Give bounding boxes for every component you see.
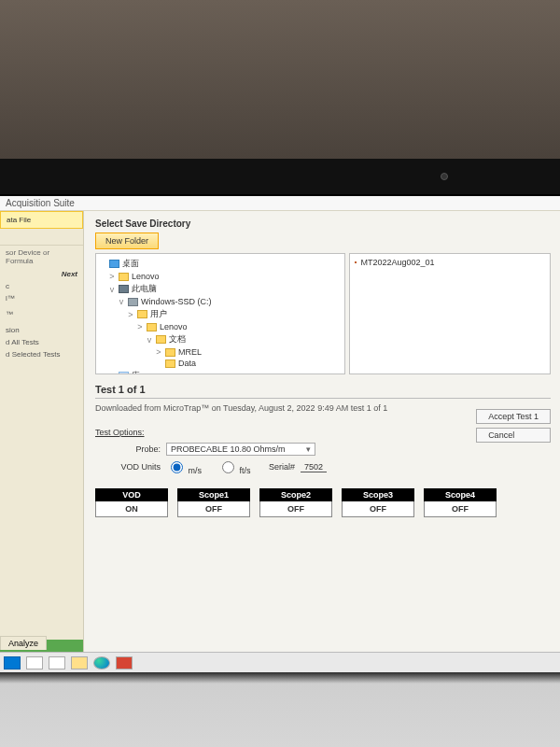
app-window: Acquisition Suite ata File sor Device or… [0,196,560,652]
channel-header: Scope3 [342,488,414,501]
tree-label: 用户 [150,308,167,320]
channel-header: Scope4 [424,488,497,501]
tree-node[interactable]: v文档 [99,332,342,346]
expand-icon[interactable]: > [155,347,162,357]
serial-label: Serial# [269,462,295,472]
folder-y-icon [119,273,129,281]
cancel-button[interactable]: Cancel [476,428,551,443]
explorer-icon[interactable] [71,656,88,669]
new-folder-button[interactable]: New Folder [95,233,159,249]
workspace: ata File sor Device or Formula Next c l™… [0,211,560,652]
radio-fts[interactable] [222,461,234,473]
tree-label: 库 [132,370,140,374]
app-icon[interactable] [116,656,133,669]
tree-node[interactable]: >库 [99,369,342,374]
tree-node[interactable]: Data [99,358,342,369]
edge-icon[interactable] [93,656,110,669]
tree-node[interactable]: >Lenovo [99,271,342,282]
sidebar: ata File sor Device or Formula Next c l™… [0,211,84,652]
units-row: VOD Units m/s ft/s Serial# 7502 [95,458,551,475]
probe-row: Probe: PROBECABLE 10.80 Ohms/m ▾ [95,443,551,456]
sidebar-item[interactable]: c [0,280,83,292]
tree-node[interactable]: >用户 [99,307,342,321]
file-item[interactable]: MT2022Aug002_01 [353,257,547,268]
window-title: Acquisition Suite [6,198,75,208]
file-list[interactable]: MT2022Aug002_01 [349,253,551,374]
channel-scope4[interactable]: Scope4OFF [424,488,497,517]
folder-b-icon [119,372,129,374]
main-panel: Select Save Directory New Folder 桌面>Leno… [84,211,560,652]
tree-node[interactable]: >MREL [99,346,342,358]
datafile-icon [355,261,357,263]
folder-y-icon [165,348,175,357]
unit-ms-radio[interactable]: m/s [166,458,202,475]
chevron-down-icon: ▾ [306,444,311,454]
tree-node[interactable]: v此电脑 [99,282,342,296]
laptop-bezel [0,159,560,196]
channel-header: Scope1 [177,488,250,501]
taskview-icon[interactable] [49,656,65,669]
tree-label: 桌面 [122,258,139,270]
expand-icon[interactable]: > [108,272,116,281]
photo-background [0,0,560,159]
tree-label: Lenovo [160,322,188,331]
sidebar-item[interactable]: ™ [0,308,83,320]
unit-fts-radio[interactable]: ft/s [217,458,251,475]
folder-tree[interactable]: 桌面>Lenovov此电脑vWindows-SSD (C:)>用户>Lenovo… [95,253,345,374]
folder-y-icon [165,359,175,368]
expand-icon[interactable]: v [118,297,125,306]
tree-label: Windows-SSD (C:) [141,297,212,306]
accept-test-button[interactable]: Accept Test 1 [476,409,551,424]
windows-taskbar[interactable] [0,652,560,672]
probe-dropdown[interactable]: PROBECABLE 10.80 Ohms/m ▾ [166,443,315,456]
tree-node[interactable]: vWindows-SSD (C:) [99,296,342,307]
taskbar-search-icon[interactable] [26,656,43,669]
folder-y-icon [147,323,157,331]
sidebar-item[interactable]: d Selected Tests [0,348,83,360]
folder-y-icon [137,310,147,318]
sidebar-next-label[interactable]: Next [0,268,83,280]
channel-scope2[interactable]: Scope2OFF [259,488,332,517]
save-dir-heading: Select Save Directory [95,218,551,229]
channel-scope3[interactable]: Scope3OFF [342,488,414,517]
channel-state: ON [95,501,168,517]
folder-y-icon [156,335,166,344]
expand-icon[interactable]: > [127,310,134,319]
units-label: VOD Units [95,462,161,472]
sidebar-subheading: sor Device or Formula [0,246,83,268]
channel-header: VOD [95,488,168,501]
sidebar-item[interactable]: sion [0,324,83,336]
expand-icon[interactable]: > [108,372,116,375]
channel-vod[interactable]: VODON [95,488,168,517]
sidebar-item[interactable]: d All Tests [0,336,83,348]
channel-state: OFF [259,501,332,517]
sidebar-tab-blank[interactable] [0,229,83,246]
tree-label: 文档 [169,333,186,345]
expand-icon[interactable]: > [136,322,144,331]
tree-node[interactable]: 桌面 [99,257,342,271]
channel-header: Scope2 [259,488,332,501]
tree-node[interactable]: >Lenovo [99,321,342,332]
sidebar-tab-datafile[interactable]: ata File [0,211,83,229]
drive-icon [128,298,138,306]
probe-value: PROBECABLE 10.80 Ohms/m [171,444,286,454]
tree-label: Lenovo [132,272,160,281]
channel-grid: VODONScope1OFFScope2OFFScope3OFFScope4OF… [95,488,551,517]
tree-label: 此电脑 [132,283,157,295]
serial-value[interactable]: 7502 [301,462,327,472]
channel-state: OFF [424,501,497,517]
desktop-icon [109,260,119,268]
sidebar-item[interactable]: l™ [0,292,83,304]
radio-ms[interactable] [171,461,183,473]
channel-state: OFF [177,501,250,517]
file-name: MT2022Aug002_01 [360,258,434,267]
expand-icon[interactable]: v [108,285,116,294]
laptop-body [0,672,560,747]
analyze-tab[interactable]: Analyze [0,636,47,650]
channel-scope1[interactable]: Scope1OFF [177,488,250,517]
test-title: Test 1 of 1 [95,384,551,395]
start-button-icon[interactable] [4,656,21,669]
expand-icon[interactable]: v [146,335,153,345]
directory-browser: 桌面>Lenovov此电脑vWindows-SSD (C:)>用户>Lenovo… [95,253,551,374]
tree-label: Data [178,359,196,368]
